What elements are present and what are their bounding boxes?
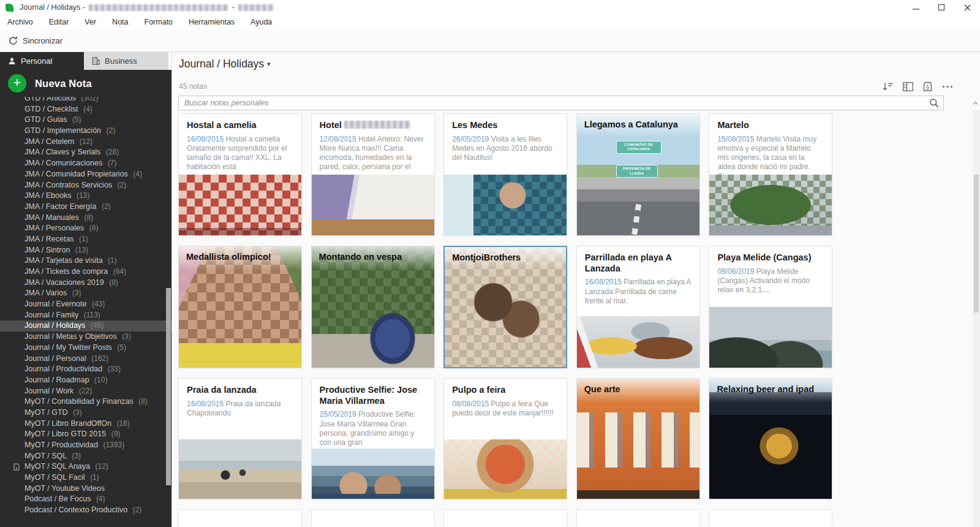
sidebar-notebook-item[interactable]: JMA / Varios (3) (0, 288, 172, 299)
tab-business[interactable]: Business (84, 52, 168, 70)
note-card-partial[interactable] (311, 509, 435, 526)
search-icon[interactable] (929, 98, 939, 110)
notebook-label: MyOT / Libro GTD 2015 (24, 430, 106, 438)
sidebar-notebook-item[interactable]: Journal / Roadmap (10) (0, 375, 172, 386)
menu-ver[interactable]: Ver (85, 18, 96, 26)
maximize-button[interactable] (929, 0, 954, 15)
notebook-count: (43) (92, 300, 105, 308)
sidebar-notebook-item[interactable]: JMA / Cetelem (12) (0, 137, 172, 148)
notes-scrollbar-thumb[interactable] (974, 175, 979, 313)
sidebar-notebook-item[interactable]: JMA / Personales (8) (0, 223, 172, 234)
menu-herramientas[interactable]: Herramientas (189, 18, 235, 26)
sidebar-notebook-item[interactable]: GTD / Checklist (4) (0, 104, 172, 115)
notebook-title-dropdown[interactable]: Journal / Holidays▾ (179, 58, 271, 70)
person-icon (8, 57, 16, 65)
notebook-count: (5) (72, 115, 81, 124)
note-photo (444, 175, 567, 235)
menu-archivo[interactable]: Archivo (7, 18, 33, 26)
notebook-label: Journal / Productividad (24, 365, 102, 373)
search-input[interactable] (178, 96, 944, 110)
note-card[interactable]: Praia da lanzada 16/08/2015 Praia da lan… (178, 378, 302, 499)
note-card-partial[interactable] (178, 509, 302, 526)
note-card[interactable]: Montando en vespa (311, 246, 435, 368)
menu-formato[interactable]: Formato (145, 18, 173, 26)
sidebar-scrollbar-thumb[interactable] (166, 288, 171, 485)
sidebar-notebook-item[interactable]: MyOT / Productividad (1393) (0, 440, 172, 451)
note-card[interactable]: COMUNITAT DE CATALUNYA PROVINCIA DE LLEI… (576, 113, 700, 236)
sidebar-notebook-item[interactable]: Journal / Work (22) (0, 386, 172, 397)
note-card[interactable]: Les Medes 26/05/2019 Visita a les Illes … (443, 113, 567, 236)
sidebar-notebook-item[interactable]: GTD / Guias (5) (0, 115, 172, 126)
note-card-partial[interactable] (709, 509, 832, 526)
note-title: Hostal a camelia (187, 120, 293, 131)
sidebar-notebook-item[interactable]: MyOT / SQL Anaya (12) (0, 461, 172, 472)
sidebar-notebook-item[interactable]: MyOT / Libro BrandOffOn (16) (0, 419, 172, 430)
sidebar-notebook-item[interactable]: GTD / Articulos (302) (0, 97, 172, 104)
sidebar-notebook-item[interactable]: JMA / Comunicaciones (7) (0, 158, 172, 169)
sidebar-notebook-item[interactable]: Journal / Holidays (45) (0, 320, 172, 332)
card-view-button[interactable] (903, 82, 913, 91)
menu-nota[interactable]: Nota (112, 18, 128, 26)
minimize-button[interactable] (903, 0, 929, 15)
sidebar-notebook-item[interactable]: MyOT / Youtube Videos (0, 483, 172, 495)
sidebar-notebook-item[interactable]: MyOT / Contabilidad y Finanzas (8) (0, 396, 172, 408)
sidebar-notebook-item[interactable]: MyOT / SQL (3) (0, 451, 172, 462)
sync-button[interactable]: Sincronizar (8, 36, 62, 46)
sidebar-notebook-item[interactable]: Journal / Evernote (43) (0, 299, 172, 310)
notebook-count: (1) (108, 256, 117, 265)
sidebar-notebook-item[interactable]: JMA / Sintron (13) (0, 245, 172, 256)
note-card[interactable]: Relaxing beer and ipad (709, 378, 832, 499)
tab-personal[interactable]: Personal (0, 52, 84, 70)
note-card-partial[interactable] (576, 509, 700, 526)
sidebar-notebook-item[interactable]: Journal / Metas y Objetivos (3) (0, 332, 172, 343)
sidebar-notebook-item[interactable]: JMA / Tarjetas de visita (1) (0, 256, 172, 267)
note-card[interactable]: Parrillada en playa A Lanzada 16/08/2015… (576, 246, 700, 368)
sidebar-notebook-item[interactable]: JMA / Manuales (8) (0, 213, 172, 224)
sidebar-notebook-item[interactable]: Journal / Family (113) (0, 310, 172, 321)
note-card[interactable]: Pulpo a feira 08/08/2015 Pulpo a feira Q… (443, 378, 567, 499)
sidebar-notebook-item[interactable]: Journal / My Twitter Posts (5) (0, 343, 172, 354)
note-card-partial[interactable] (443, 509, 567, 526)
evernote-window: Journal / Holidays - - Archivo Editar Ve… (0, 0, 980, 527)
sidebar-notebook-item[interactable]: JMA / Tickets de compra (64) (0, 267, 172, 278)
more-options-button[interactable] (942, 85, 953, 88)
close-button[interactable] (954, 0, 980, 15)
sidebar-notebook-item[interactable]: Journal / Productividad (33) (0, 364, 172, 375)
notebook-label: JMA / Claves y Serials (24, 148, 100, 156)
sidebar-notebook-item[interactable]: MyOT / Libro GTD 2015 (9) (0, 429, 172, 440)
tag-icon-button[interactable] (923, 82, 932, 92)
menu-ayuda[interactable]: Ayuda (251, 18, 272, 26)
note-card[interactable]: Productive Selfie: Jose Maria Villarmea … (311, 378, 435, 499)
sidebar-notebook-item[interactable]: MyOT / GTD (3) (0, 408, 172, 419)
menu-editar[interactable]: Editar (49, 18, 69, 26)
notes-scrollbar-track[interactable] (973, 110, 980, 527)
note-date: 08/08/2015 (452, 400, 489, 408)
sidebar-notebook-item[interactable]: MyOT / SQL Facil (1) (0, 472, 172, 483)
notebook-count: (8) (138, 397, 148, 406)
sidebar-notebook-item[interactable]: Journal / Personal (162) (0, 354, 172, 365)
note-card[interactable]: Hostal a camelia 16/08/2015 Hostal a cam… (178, 113, 302, 236)
note-card[interactable]: Martelo 15/08/2015 Martelo Visita muy em… (709, 113, 832, 236)
sidebar-notebook-item[interactable]: JMA / Ebooks (13) (0, 191, 172, 202)
sidebar-notebook-item[interactable]: Podcast / Contexto Productivo (2) (0, 505, 172, 516)
note-card[interactable]: Hotel 12/08/2015 Hotel Arteixo: Never Mo… (311, 113, 435, 236)
note-card[interactable]: Que arte (576, 378, 700, 499)
sort-options-button[interactable] (882, 82, 893, 91)
note-card[interactable]: Playa Melide (Cangas) 09/06/2019 Playa M… (709, 246, 832, 368)
sidebar-notebook-item[interactable]: JMA / Claves y Serials (28) (0, 147, 172, 158)
notebook-label: Journal / Evernote (24, 300, 86, 308)
sidebar-notebook-item[interactable]: Podcast / Be Focus (4) (0, 494, 172, 505)
sidebar-notebook-item[interactable]: JMA / Factor Energía (2) (0, 202, 172, 213)
new-note-button[interactable]: + Nueva Nota (0, 70, 172, 97)
note-date: 16/08/2015 (187, 400, 224, 408)
redacted-account-email (89, 4, 228, 11)
sidebar-notebook-item[interactable]: JMA / Comunidad Propietarios (4) (0, 169, 172, 180)
note-card-selected[interactable]: MontjoiBrothers (443, 246, 567, 368)
scroll-up-arrow[interactable] (973, 97, 978, 108)
sidebar-notebook-item[interactable]: JMA / Contratos Servicios (2) (0, 180, 172, 191)
sidebar-notebook-item[interactable]: GTD / Implementación (2) (0, 126, 172, 137)
note-card[interactable]: Medallista olimpico! (178, 246, 302, 368)
window-title: Journal / Holidays - (20, 3, 85, 12)
sidebar-notebook-item[interactable]: JMA / Vacaciones 2019 (8) (0, 278, 172, 289)
sidebar-notebook-item[interactable]: JMA / Recetas (1) (0, 234, 172, 245)
